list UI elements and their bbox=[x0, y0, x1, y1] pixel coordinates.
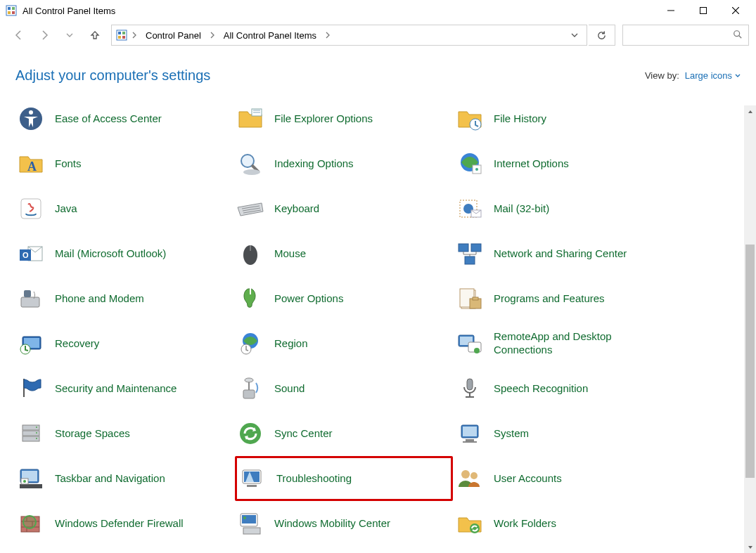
cp-item-mail-outlook[interactable]: OMail (Microsoft Outlook) bbox=[15, 231, 233, 276]
cp-item-sync[interactable]: Sync Center bbox=[235, 411, 453, 456]
scroll-up-button[interactable] bbox=[744, 105, 756, 117]
cp-item-label: Fonts bbox=[55, 157, 82, 171]
ease-of-access-icon bbox=[15, 103, 46, 134]
window-title: All Control Panel Items bbox=[23, 6, 115, 16]
control-panel-items-grid: Ease of Access CenterFile Explorer Optio… bbox=[0, 91, 756, 552]
mail-outlook-icon: O bbox=[15, 238, 46, 269]
phone-modem-icon bbox=[15, 283, 46, 314]
cp-item-system[interactable]: System bbox=[454, 411, 672, 456]
back-button[interactable] bbox=[7, 23, 31, 47]
cp-item-label: Sound bbox=[274, 382, 305, 396]
cp-item-network[interactable]: Network and Sharing Center bbox=[454, 231, 672, 276]
cp-item-label: Region bbox=[274, 337, 308, 351]
svg-rect-8 bbox=[122, 32, 125, 34]
address-bar[interactable]: Control Panel All Control Panel Items bbox=[111, 25, 587, 46]
cp-item-mouse[interactable]: Mouse bbox=[235, 231, 453, 276]
svg-rect-7 bbox=[118, 32, 121, 34]
cp-item-fonts[interactable]: AFonts bbox=[15, 141, 233, 186]
vertical-scrollbar[interactable] bbox=[744, 105, 756, 553]
cp-item-keyboard[interactable]: Keyboard bbox=[235, 186, 453, 231]
network-icon bbox=[454, 238, 485, 269]
refresh-button[interactable] bbox=[589, 25, 615, 46]
cp-item-phone-modem[interactable]: Phone and Modem bbox=[15, 276, 233, 321]
cp-item-taskbar[interactable]: Taskbar and Navigation bbox=[15, 456, 233, 501]
cp-item-sound[interactable]: Sound bbox=[235, 366, 453, 411]
recent-locations-dropdown[interactable] bbox=[58, 23, 82, 47]
svg-point-57 bbox=[36, 438, 37, 439]
breadcrumb-control-panel[interactable]: Control Panel bbox=[141, 25, 205, 45]
svg-rect-32 bbox=[471, 244, 481, 252]
address-toolbar: Control Panel All Control Panel Items bbox=[0, 21, 756, 49]
cp-item-programs[interactable]: Programs and Features bbox=[454, 276, 672, 321]
region-icon bbox=[235, 328, 266, 359]
cp-item-power[interactable]: Power Options bbox=[235, 276, 453, 321]
svg-rect-77 bbox=[242, 515, 256, 523]
cp-item-ease-of-access[interactable]: Ease of Access Center bbox=[15, 96, 233, 141]
folder-options-icon bbox=[235, 103, 266, 134]
remoteapp-icon bbox=[454, 328, 485, 359]
chevron-right-icon[interactable] bbox=[207, 25, 218, 45]
cp-item-work-folders[interactable]: Work Folders bbox=[454, 501, 672, 546]
chevron-right-icon[interactable] bbox=[129, 25, 140, 45]
sync-icon bbox=[235, 418, 266, 449]
cp-item-security-flag[interactable]: Security and Maintenance bbox=[15, 366, 233, 411]
scroll-track[interactable] bbox=[744, 117, 756, 541]
svg-point-71 bbox=[461, 470, 470, 479]
firewall-icon bbox=[15, 508, 46, 539]
svg-rect-65 bbox=[20, 484, 42, 488]
chevron-right-icon[interactable] bbox=[322, 25, 333, 45]
scroll-thumb[interactable] bbox=[745, 245, 755, 478]
up-button[interactable] bbox=[83, 23, 107, 47]
cp-item-java[interactable]: Java bbox=[15, 186, 233, 231]
cp-item-troubleshoot[interactable]: Troubleshooting bbox=[235, 456, 453, 501]
system-icon bbox=[454, 418, 485, 449]
svg-point-67 bbox=[23, 480, 26, 483]
breadcrumb-all-items[interactable]: All Control Panel Items bbox=[219, 25, 321, 45]
address-history-dropdown[interactable] bbox=[565, 25, 584, 45]
svg-text:A: A bbox=[27, 160, 37, 174]
cp-item-users[interactable]: User Accounts bbox=[454, 456, 672, 501]
cp-item-label: File Explorer Options bbox=[274, 112, 373, 126]
search-input[interactable] bbox=[622, 25, 749, 46]
cp-item-region[interactable]: Region bbox=[235, 321, 453, 366]
cp-item-indexing[interactable]: Indexing Options bbox=[235, 141, 453, 186]
power-icon bbox=[235, 283, 266, 314]
minimize-button[interactable] bbox=[655, 0, 687, 21]
recovery-icon bbox=[15, 328, 46, 359]
cp-item-internet[interactable]: Internet Options bbox=[454, 141, 672, 186]
users-icon bbox=[454, 463, 485, 494]
forward-button[interactable] bbox=[32, 23, 56, 47]
svg-rect-39 bbox=[473, 297, 478, 300]
svg-point-18 bbox=[243, 169, 260, 175]
cp-item-label: Internet Options bbox=[494, 157, 569, 171]
viewby-dropdown[interactable]: Large icons bbox=[685, 70, 741, 81]
cp-item-label: Taskbar and Navigation bbox=[55, 472, 165, 486]
cp-item-speech[interactable]: Speech Recognition bbox=[454, 366, 672, 411]
cp-item-recovery[interactable]: Recovery bbox=[15, 321, 233, 366]
cp-item-label: Recovery bbox=[55, 337, 99, 351]
cp-item-mobility[interactable]: Windows Mobility Center bbox=[235, 501, 453, 546]
mouse-icon bbox=[235, 238, 266, 269]
cp-item-folder-options[interactable]: File Explorer Options bbox=[235, 96, 453, 141]
maximize-button[interactable] bbox=[687, 0, 719, 21]
svg-rect-51 bbox=[467, 379, 473, 390]
cp-item-label: Speech Recognition bbox=[494, 382, 588, 396]
cp-item-mail-stamp[interactable]: Mail (32-bit) bbox=[454, 186, 672, 231]
storage-icon bbox=[15, 418, 46, 449]
svg-rect-5 bbox=[700, 8, 707, 14]
mail-stamp-icon bbox=[454, 193, 485, 224]
cp-item-firewall[interactable]: Windows Defender Firewall bbox=[15, 501, 233, 546]
cp-item-label: Storage Spaces bbox=[55, 427, 130, 441]
svg-point-13 bbox=[29, 110, 33, 115]
close-button[interactable] bbox=[719, 0, 752, 21]
cp-item-storage[interactable]: Storage Spaces bbox=[15, 411, 233, 456]
scroll-down-button[interactable] bbox=[744, 541, 756, 553]
cp-item-label: Troubleshooting bbox=[276, 472, 352, 486]
cp-item-file-history[interactable]: File History bbox=[454, 96, 672, 141]
svg-rect-3 bbox=[8, 11, 11, 14]
cp-item-remoteapp[interactable]: RemoteApp and Desktop Connections bbox=[454, 321, 672, 366]
svg-rect-60 bbox=[463, 427, 477, 436]
cp-item-label: System bbox=[494, 427, 529, 441]
settings-header: Adjust your computer's settings View by:… bbox=[0, 49, 756, 91]
viewby-label: View by: bbox=[645, 70, 679, 81]
